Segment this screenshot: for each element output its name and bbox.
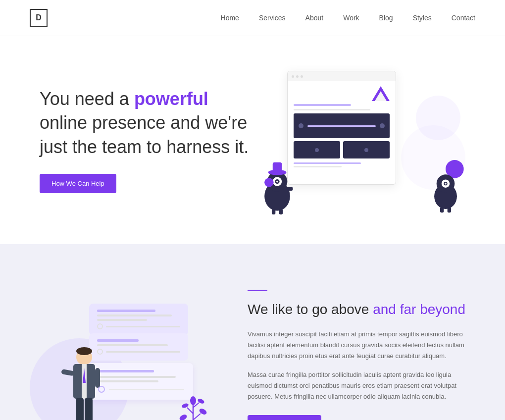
logo: D [30,9,48,27]
svg-rect-27 [95,368,100,388]
dark-line [307,125,376,127]
about-paragraph-1: Vivamus integer suscipit taciti etiam at… [248,329,475,362]
nav-blog[interactable]: Blog [379,14,393,22]
plant-decoration [178,393,208,420]
hero-illustration [257,66,465,214]
browser-card-1 [294,141,340,158]
footer-line-2 [294,166,342,167]
svg-rect-20 [448,207,451,212]
browser-dark-bar [294,113,390,138]
card-back-dot-1 [97,323,103,329]
nav-services[interactable]: Services [259,14,286,22]
svg-point-18 [445,183,447,185]
svg-rect-28 [76,398,84,420]
browser-line-1 [294,104,351,106]
arrow-logo-icon [372,86,390,101]
card-back-dots [97,323,180,329]
monster-right [426,160,465,214]
card-back-line-3 [97,319,147,321]
nav-contact[interactable]: Contact [452,14,475,22]
nav-links: Home Services About Work Blog Styles Con… [221,13,475,22]
browser-bar [288,71,396,81]
card-front-line-4 [109,389,184,390]
footer-line-1 [294,162,361,164]
svg-rect-9 [272,209,275,214]
about-card-back [89,304,188,335]
nav-about[interactable]: About [305,14,324,22]
browser-body [288,81,396,172]
browser-mockup [287,71,396,185]
hero-text: You need a powerful online presence and … [40,87,257,194]
dark-dot-2 [380,123,385,128]
browser-footer [294,162,390,167]
about-section: We like to go above and far beyond Vivam… [0,244,505,420]
svg-rect-26 [61,369,74,376]
person-figure [57,343,111,420]
about-paragraph-2: Massa curae fringilla porttitor sollicit… [248,369,475,402]
svg-point-34 [179,414,188,420]
about-illustration [30,284,218,420]
navbar: D Home Services About Work Blog Styles C… [0,0,505,36]
svg-rect-11 [286,187,293,191]
svg-rect-10 [279,209,283,214]
svg-point-12 [264,178,273,187]
svg-point-8 [276,181,278,183]
svg-line-37 [187,408,193,414]
browser-line-2 [294,109,370,110]
how-we-can-help-button[interactable]: How We Can Help [40,174,116,193]
nav-styles[interactable]: Styles [413,14,432,22]
svg-rect-19 [440,207,444,212]
nav-work[interactable]: Work [343,14,359,22]
hero-headline: You need a powerful online presence and … [40,87,257,159]
card-dot-2 [364,148,368,152]
about-heading: We like to go above and far beyond [248,300,475,319]
dark-dot-1 [299,123,303,128]
card-dot-1 [315,148,319,152]
hero-section: You need a powerful online presence and … [0,36,505,244]
card-back-line-2 [97,315,172,316]
browser-dot-3 [301,75,303,78]
card-back-dot-line [106,326,180,327]
browser-card-row [294,141,390,158]
about-accent-line [248,290,267,291]
card-mid-dot-line [106,351,180,353]
meet-our-team-button[interactable]: Meet Our Team [248,415,321,420]
card-mid-line-1 [97,339,139,342]
monster-left [257,155,297,214]
svg-line-35 [193,414,201,420]
browser-dot-2 [296,75,299,78]
svg-rect-29 [85,398,93,420]
nav-home[interactable]: Home [221,14,239,22]
svg-point-41 [190,396,196,405]
svg-rect-5 [273,162,282,173]
about-content: We like to go above and far beyond Vivam… [248,290,475,420]
browser-logo-area [294,86,390,101]
card-back-line-1 [97,310,155,312]
browser-dot-1 [292,75,294,78]
browser-card-2 [343,141,390,158]
svg-point-22 [76,347,92,355]
